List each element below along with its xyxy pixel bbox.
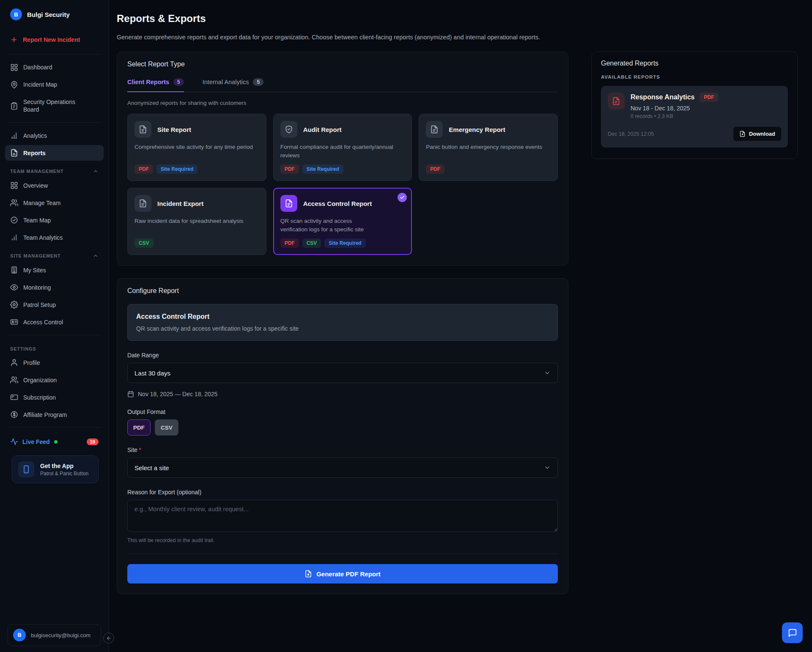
sidebar-item-reports[interactable]: Reports xyxy=(5,145,104,161)
format-csv-button[interactable]: CSV xyxy=(155,419,178,436)
report-new-incident-button[interactable]: Report New Incident xyxy=(5,32,104,47)
date-range-select[interactable]: Last 30 days xyxy=(127,363,558,383)
get-app-text: Get the App Patrol & Panic Button xyxy=(40,463,88,477)
format-pdf-button[interactable]: PDF xyxy=(127,419,151,436)
site-required-badge: Site Required xyxy=(302,164,343,174)
eye-icon xyxy=(10,283,18,291)
logo-icon: B xyxy=(10,8,22,20)
report-type-grid: Site Report Comprehensive site activity … xyxy=(127,114,558,255)
download-button[interactable]: Download xyxy=(733,127,781,141)
generated-report-meta: 0 records • 2.3 KB xyxy=(631,113,718,119)
sidebar-item-access-control[interactable]: Access Control xyxy=(5,314,104,330)
divider xyxy=(8,335,101,335)
sidebar-item-label: Analytics xyxy=(23,132,47,140)
sidebar-item-label: Monitoring xyxy=(23,284,51,291)
sidebar-item-analytics[interactable]: Analytics xyxy=(5,128,104,143)
site-label: Site* xyxy=(127,447,558,453)
generate-report-button[interactable]: Generate PDF Report xyxy=(127,564,558,584)
sidebar-item-manage-team[interactable]: Manage Team xyxy=(5,195,104,211)
app-logo[interactable]: B Bulgi Security xyxy=(0,0,109,25)
date-span-text: Nov 18, 2025 — Dec 18, 2025 xyxy=(138,391,217,397)
selected-report-summary: Access Control Report QR scan activity a… xyxy=(127,304,558,341)
tab-count-badge: 5 xyxy=(253,78,263,86)
sidebar-item-subscription[interactable]: Subscription xyxy=(5,389,104,405)
sidebar-item-live-feed[interactable]: Live Feed 19 xyxy=(5,434,104,449)
shield-check-icon xyxy=(10,216,18,224)
configure-heading: Configure Report xyxy=(127,287,558,295)
report-type-tabs: Client Reports 5 Internal Analytics 5 xyxy=(127,78,558,92)
sidebar-item-overview[interactable]: Overview xyxy=(5,178,104,193)
get-app-title: Get the App xyxy=(40,463,88,469)
sidebar-item-dashboard[interactable]: Dashboard xyxy=(5,60,104,75)
file-icon xyxy=(426,121,443,138)
reason-textarea[interactable] xyxy=(127,500,558,532)
sidebar-collapse-button[interactable] xyxy=(103,633,114,644)
summary-desc: QR scan activity and access verification… xyxy=(136,325,549,332)
section-label: SETTINGS xyxy=(10,346,36,351)
section-label: TEAM MANAGEMENT xyxy=(10,169,63,174)
sidebar-item-team-map[interactable]: Team Map xyxy=(5,212,104,228)
chevron-down-icon xyxy=(544,370,551,376)
sidebar-item-label: Team Map xyxy=(23,216,51,224)
report-card-title: Access Control Report xyxy=(303,200,372,207)
report-card-audit-report[interactable]: Audit Report Formal compliance audit for… xyxy=(273,114,412,181)
activity-icon xyxy=(10,438,18,446)
report-card-site-report[interactable]: Site Report Comprehensive site activity … xyxy=(127,114,266,181)
report-card-incident-export[interactable]: Incident Export Raw incident data for sp… xyxy=(127,188,266,255)
sidebar-item-patrol-setup[interactable]: Patrol Setup xyxy=(5,297,104,312)
gear-icon xyxy=(10,301,18,309)
chat-bubble-icon xyxy=(788,628,797,638)
select-report-type-card: Select Report Type Client Reports 5 Inte… xyxy=(117,52,568,266)
chat-widget-button[interactable] xyxy=(782,622,803,643)
live-feed-label: Live Feed xyxy=(22,438,50,445)
csv-badge: CSV xyxy=(134,238,154,248)
sidebar-item-security-operations-board[interactable]: Security Operations Board xyxy=(5,94,98,117)
site-required-badge: Site Required xyxy=(324,238,365,248)
download-label: Download xyxy=(749,131,775,137)
sidebar-item-label: Affiliate Program xyxy=(23,411,67,419)
report-builder-column: Select Report Type Client Reports 5 Inte… xyxy=(117,52,568,594)
section-label: SITE MANAGEMENT xyxy=(10,253,61,258)
users-icon xyxy=(10,376,18,384)
sidebar-section-team-management[interactable]: TEAM MANAGEMENT xyxy=(10,168,99,174)
account-email: bulgisecurity@bulgi.com xyxy=(31,632,91,638)
user-icon xyxy=(10,359,18,367)
report-card-emergency-report[interactable]: Emergency Report Panic button and emerge… xyxy=(419,114,558,181)
sidebar-item-monitoring[interactable]: Monitoring xyxy=(5,279,104,295)
report-card-title: Incident Export xyxy=(157,200,203,207)
report-card-access-control-report[interactable]: Access Control Report QR scan activity a… xyxy=(273,188,412,255)
sidebar-item-organization[interactable]: Organization xyxy=(5,372,104,388)
sidebar-section-settings: SETTINGS xyxy=(10,346,99,351)
tab-note: Anonymized reports for sharing with cust… xyxy=(127,100,558,106)
chevron-up-icon xyxy=(93,168,99,174)
sidebar-item-team-analytics[interactable]: Team Analytics xyxy=(5,230,104,245)
live-feed-count-badge: 19 xyxy=(87,438,99,445)
sidebar-item-label: Manage Team xyxy=(23,199,60,207)
pdf-badge: PDF xyxy=(280,164,299,174)
grid-icon xyxy=(10,181,18,189)
site-select[interactable]: Select a site xyxy=(127,457,558,478)
reason-label: Reason for Export (optional) xyxy=(127,489,558,496)
sidebar-section-site-management[interactable]: SITE MANAGEMENT xyxy=(10,253,99,259)
file-icon xyxy=(134,121,151,138)
sidebar-item-label: Patrol Setup xyxy=(23,301,56,309)
id-card-icon xyxy=(10,318,18,326)
divider xyxy=(127,553,558,554)
map-pin-icon xyxy=(10,81,18,89)
tab-internal-analytics[interactable]: Internal Analytics 5 xyxy=(203,78,263,92)
main-content: Reports & Exports Generate comprehensive… xyxy=(109,0,812,652)
sidebar-item-incident-map[interactable]: Incident Map xyxy=(5,77,104,93)
sidebar-item-label: Access Control xyxy=(23,318,63,326)
get-the-app-card[interactable]: Get the App Patrol & Panic Button xyxy=(12,455,99,483)
building-icon xyxy=(10,266,18,274)
account-button[interactable]: B bulgisecurity@bulgi.com xyxy=(8,624,101,646)
output-format-label: Output Format xyxy=(127,408,558,415)
required-asterisk: * xyxy=(139,447,141,453)
site-required-badge: Site Required xyxy=(156,164,198,174)
available-reports-subheading: AVAILABLE REPORTS xyxy=(601,74,788,79)
tab-client-reports[interactable]: Client Reports 5 xyxy=(127,78,184,92)
file-icon xyxy=(134,195,151,212)
sidebar-item-affiliate-program[interactable]: Affiliate Program xyxy=(5,407,104,422)
sidebar-item-my-sites[interactable]: My Sites xyxy=(5,262,104,278)
sidebar-item-profile[interactable]: Profile xyxy=(5,355,104,370)
